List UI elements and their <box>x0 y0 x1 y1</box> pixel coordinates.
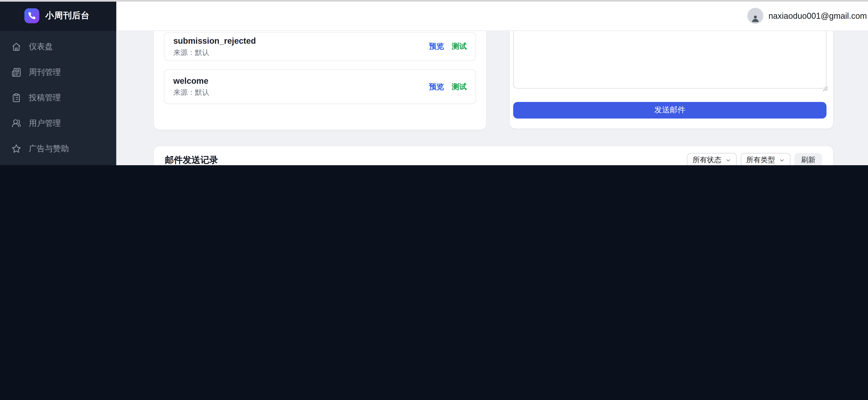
sidebar-item-ads[interactable]: 广告与赞助 <box>0 136 116 161</box>
type-filter-select[interactable]: 所有类型 <box>741 153 790 165</box>
send-email-button[interactable]: 发送邮件 <box>513 102 827 118</box>
template-source: 来源：默认 <box>173 47 256 57</box>
template-actions: 预览 测试 <box>429 82 467 92</box>
sidebar-item-dashboard[interactable]: 仪表盘 <box>0 34 116 59</box>
status-filter-select[interactable]: 所有状态 <box>687 153 737 165</box>
user-email: naxiaoduo001@gmail.com <box>768 11 867 20</box>
sidebar-item-label: 周刊管理 <box>29 67 61 77</box>
sidebar-item-weekly[interactable]: 周刊管理 <box>0 59 116 85</box>
home-icon <box>12 42 21 51</box>
template-name: submission_rejected <box>173 36 256 45</box>
template-info: welcome 来源：默认 <box>173 76 209 97</box>
type-filter-value: 所有类型 <box>746 155 775 165</box>
chevron-down-icon <box>779 157 785 163</box>
sidebar-item-label: 用户管理 <box>29 118 61 128</box>
email-log-panel: 邮件发送记录 所有状态 所有类型 刷新 收件人 主题 类型 状态 <box>154 146 833 165</box>
user-icon <box>12 118 21 128</box>
window-top-edge <box>0 0 868 2</box>
newspaper-icon <box>12 67 21 77</box>
main-content: submission_rejected 来源：默认 预览 测试 welcome … <box>116 31 868 165</box>
user-avatar-icon <box>750 13 761 24</box>
avatar <box>747 7 763 24</box>
sidebar-item-users[interactable]: 用户管理 <box>0 110 116 136</box>
app-title: 小周刊后台 <box>45 9 90 21</box>
email-log-title: 邮件发送记录 <box>165 154 218 165</box>
top-header: naxiaoduo001@gmail.com <box>116 0 868 31</box>
template-test-link[interactable]: 测试 <box>452 41 467 52</box>
template-card: submission_rejected 来源：默认 预览 测试 <box>164 32 476 61</box>
sidebar-nav: 仪表盘 周刊管理 投稿管理 用户管理 广告与赞助 主题管理 <box>0 31 116 165</box>
template-actions: 预览 测试 <box>429 41 467 52</box>
send-email-panel: 发送邮件 <box>510 31 833 128</box>
email-content-textarea[interactable] <box>513 31 827 89</box>
template-preview-link[interactable]: 预览 <box>429 41 444 52</box>
chevron-down-icon <box>725 157 731 163</box>
sidebar-item-label: 仪表盘 <box>29 41 53 52</box>
user-menu[interactable]: naxiaoduo001@gmail.com <box>747 0 867 31</box>
sidebar: 小周刊后台 仪表盘 周刊管理 投稿管理 用户管理 广告与赞助 <box>0 0 116 165</box>
refresh-button[interactable]: 刷新 <box>795 153 822 165</box>
email-log-controls: 所有状态 所有类型 刷新 <box>687 153 822 165</box>
sidebar-item-submissions[interactable]: 投稿管理 <box>0 85 116 110</box>
sidebar-item-label: 投稿管理 <box>29 92 61 103</box>
resize-handle-icon[interactable] <box>823 84 828 94</box>
app-logo <box>25 8 39 23</box>
phone-icon <box>28 11 36 20</box>
template-name: welcome <box>173 76 209 85</box>
status-filter-value: 所有状态 <box>692 155 721 165</box>
template-info: submission_rejected 来源：默认 <box>173 36 256 57</box>
template-source: 来源：默认 <box>173 88 209 98</box>
star-icon <box>12 144 21 153</box>
email-log-header: 邮件发送记录 所有状态 所有类型 刷新 <box>154 146 833 165</box>
template-card: welcome 来源：默认 预览 测试 <box>164 69 476 104</box>
sidebar-item-themes[interactable]: 主题管理 <box>0 161 116 165</box>
sidebar-item-label: 广告与赞助 <box>29 143 69 154</box>
brand: 小周刊后台 <box>0 0 116 31</box>
email-templates-panel: submission_rejected 来源：默认 预览 测试 welcome … <box>154 31 486 130</box>
template-preview-link[interactable]: 预览 <box>429 82 444 92</box>
app-window: 小周刊后台 仪表盘 周刊管理 投稿管理 用户管理 广告与赞助 <box>0 0 868 165</box>
clipboard-icon <box>12 93 21 102</box>
template-test-link[interactable]: 测试 <box>452 82 467 92</box>
